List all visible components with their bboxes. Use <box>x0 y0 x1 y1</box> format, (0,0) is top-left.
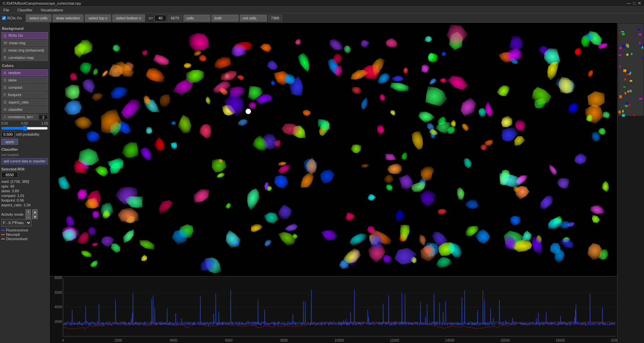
selected-roi-label: Selected ROI: <box>1 167 48 171</box>
cells-filter-input[interactable] <box>183 15 210 21</box>
neuropil-color-dot <box>1 234 5 235</box>
bg-correlation-map-button[interactable]: R: correlation map <box>1 54 48 61</box>
slider-max-label: 1.00 <box>42 122 48 125</box>
menu-file[interactable]: File <box>1 7 11 13</box>
title-bar-controls[interactable]: — □ ✕ <box>627 1 641 6</box>
bottom-panel <box>50 276 617 343</box>
deconvolved-color-dot <box>1 238 5 239</box>
stat-compact: compact: 1.01 <box>1 194 48 198</box>
stat-skew: skew: 3.89 <box>1 189 48 193</box>
stat-med: med: [1738, 380] <box>1 180 48 184</box>
color-aspect-ratio-button[interactable]: G: aspect_ratio <box>1 99 48 106</box>
slider-mid-label: 0.50 <box>21 122 28 125</box>
main-content: Background Q: ROIs On W: mean img E: mea… <box>0 23 644 343</box>
n-input[interactable] <box>154 15 166 21</box>
select-cells-button[interactable]: select cells <box>26 14 51 22</box>
prob-label: cell probability <box>16 132 40 136</box>
n-label: n= <box>149 16 153 20</box>
stat-footprint: footprint: 0.96 <box>1 198 48 202</box>
up-button[interactable]: ▲ <box>32 209 38 214</box>
center-right <box>50 23 617 343</box>
rois-on-label: ROIs On <box>7 16 22 20</box>
bg-rois-on-button[interactable]: Q: ROIs On <box>1 32 48 39</box>
rois-on-checkbox[interactable] <box>2 16 6 20</box>
right-mini-panel <box>617 23 644 343</box>
stat-aspect-ratio: aspect_ratio: 1.04 <box>1 203 48 207</box>
color-footprint-button[interactable]: F: footprint <box>1 91 48 98</box>
color-skew-button[interactable]: S: skew <box>1 77 48 83</box>
maximize-button[interactable]: □ <box>633 1 636 6</box>
activity-mode-label: Activity mode: <box>1 212 24 216</box>
prob-row: cell probability <box>1 131 48 137</box>
color-random-button[interactable]: A: random <box>1 69 48 76</box>
count1-value: 6670 <box>171 16 179 20</box>
not-loaded-label: not loaded <box>1 153 48 157</box>
up-down-controls: ▲ ▼ <box>32 209 38 219</box>
plus-minus-controls: + - <box>25 209 31 219</box>
legend-neuropil: Neuropil <box>1 232 48 236</box>
minus-button[interactable]: - <box>25 214 31 219</box>
plus-button[interactable]: + <box>25 209 31 214</box>
activity-chart <box>50 276 617 343</box>
menu-visualizations[interactable]: Visualizations <box>39 7 65 13</box>
roi-canvas-element[interactable] <box>50 23 617 276</box>
prob-slider[interactable] <box>1 126 48 131</box>
roi-id-input[interactable] <box>1 172 18 178</box>
fluorescence-color-dot <box>1 230 5 231</box>
mode-select[interactable]: F - 0.7*Fneu F raw F corrected spikes <box>1 219 32 226</box>
bg-mean-img-enhanced-button[interactable]: E: mean img (enhanced) <box>1 47 48 54</box>
minimize-button[interactable]: — <box>627 1 631 6</box>
count1-display: 6670 <box>168 15 182 21</box>
menu-classifier[interactable]: Classifier <box>15 7 35 13</box>
activity-chart-canvas <box>50 276 617 343</box>
left-panel: Background Q: ROIs On W: mean img E: mea… <box>0 23 50 343</box>
not-cells-filter-input[interactable] <box>240 15 267 21</box>
prob-value-input[interactable] <box>1 131 15 137</box>
apply-button[interactable]: apply <box>1 139 18 145</box>
select-top-n-button[interactable]: select top n <box>85 14 111 22</box>
title-text: C:/DATA/BootCamp/mesoscope_cortex/stat.n… <box>3 1 81 5</box>
select-bottom-n-button[interactable]: select bottom n <box>112 14 145 22</box>
count2-value: 7388 <box>271 16 279 20</box>
toolbar: ROIs On select cells draw selection sele… <box>0 13 644 23</box>
legend-fluorescence: Fluorescence <box>1 228 48 232</box>
close-button[interactable]: ✕ <box>638 1 641 6</box>
color-compact-button[interactable]: D: compact <box>1 84 48 91</box>
count2-display: 7388 <box>268 15 282 21</box>
slider-min-label: 0.00 <box>1 122 8 125</box>
slider-labels: 0.00 0.50 1.00 <box>1 122 48 125</box>
colors-section-title: Colors <box>1 63 48 68</box>
legend-deconvolved: Deconvolved <box>1 237 48 241</box>
roi-canvas[interactable] <box>50 23 617 276</box>
color-classifier-button[interactable]: H: classifier <box>1 106 48 113</box>
mini-canvas <box>618 23 644 123</box>
both-filter-input[interactable] <box>212 15 238 21</box>
add-data-button[interactable]: add current data to classifier <box>1 158 48 164</box>
menu-bar: File Classifier Visualizations <box>0 7 644 13</box>
deconvolved-label: Deconvolved <box>6 237 28 241</box>
correlations-bin-input[interactable] <box>39 115 48 120</box>
stat-npix: npix: 46 <box>1 184 48 188</box>
classifier-title: Classifier <box>1 147 48 151</box>
background-section-title: Background <box>1 26 48 31</box>
draw-selection-button[interactable]: draw selection <box>53 14 84 22</box>
fluorescence-label: Fluorescence <box>6 228 28 232</box>
title-bar: C:/DATA/BootCamp/mesoscope_cortex/stat.n… <box>0 0 644 7</box>
rois-on-container: ROIs On <box>2 16 22 20</box>
down-button[interactable]: ▼ <box>32 214 38 219</box>
bg-mean-img-button[interactable]: W: mean img <box>1 40 48 46</box>
activity-mode-row: Activity mode: + - ▲ ▼ <box>1 209 48 219</box>
color-correlations-button[interactable]: J: correlations, bin= <box>1 114 38 120</box>
neuropil-label: Neuropil <box>6 232 20 236</box>
